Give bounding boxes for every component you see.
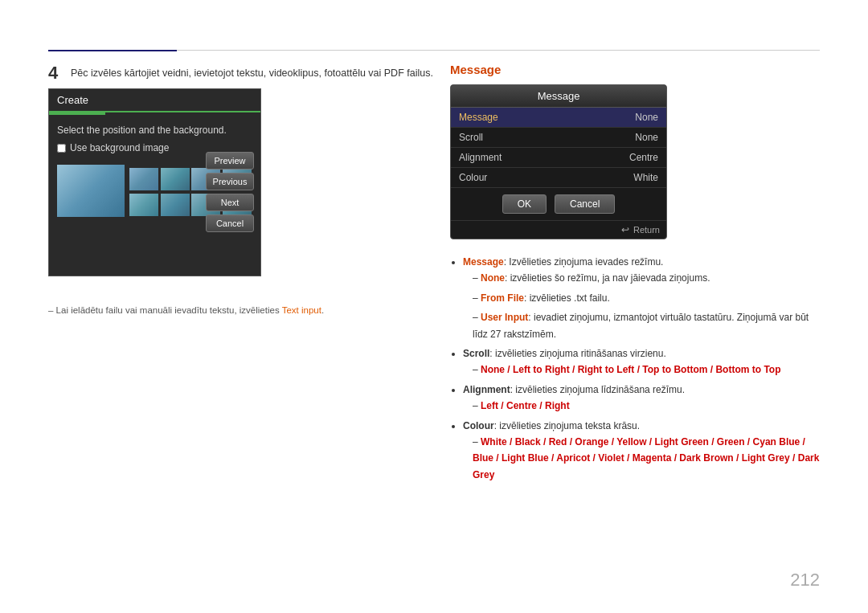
message-section: Message Message Message None Scroll None… <box>450 63 820 486</box>
create-panel-header: Create <box>49 89 260 112</box>
sub-user-input: User Input: ievadiet ziņojumu, izmantojo… <box>473 309 820 342</box>
dialog-row-colour[interactable]: Colour White <box>451 168 666 188</box>
dialog-buttons: OK Cancel <box>451 188 666 220</box>
panel-buttons: Preview Previous Next Cancel <box>206 152 254 232</box>
background-image-checkbox[interactable] <box>57 144 66 153</box>
dialog-value-message: None <box>635 112 658 123</box>
bullet-message-label: Message <box>463 256 504 268</box>
footer-note: – Lai ielādētu failu vai manuāli ievadīt… <box>48 305 324 315</box>
panel-subtitle: Select the position and the background. <box>57 125 252 136</box>
thumb-1[interactable] <box>129 168 158 190</box>
next-button[interactable]: Next <box>206 194 254 211</box>
dialog-ok-button[interactable]: OK <box>502 194 547 214</box>
sub-from-file: From File: izvēlieties .txt failu. <box>473 290 820 306</box>
footer-note-suffix: . <box>321 305 324 315</box>
thumb-5[interactable] <box>129 194 158 216</box>
dialog-row-alignment[interactable]: Alignment Centre <box>451 148 666 168</box>
preview-button[interactable]: Preview <box>206 152 254 170</box>
return-arrow-icon: ↩ <box>621 224 629 235</box>
sub-alignment-options: Left / Centre / Right <box>473 398 820 414</box>
sub-fromfile-label: From File <box>481 292 524 304</box>
dialog-footer: ↩ Return <box>451 220 666 239</box>
dialog-label-colour: Colour <box>459 172 487 183</box>
sub-scroll-options-label: None / Left to Right / Right to Left / T… <box>481 364 780 375</box>
footer-note-prefix: – Lai ielādētu failu vai manuāli ievadīt… <box>48 305 282 315</box>
dialog-row-scroll[interactable]: Scroll None <box>451 128 666 148</box>
sub-alignment-options-label: Left / Centre / Right <box>481 400 570 411</box>
dialog-value-colour: White <box>633 172 658 183</box>
dialog-value-scroll: None <box>635 132 658 143</box>
bullet-message: Message: Izvēlieties ziņojuma ievades re… <box>463 254 820 342</box>
sub-colour-options: White / Black / Red / Orange / Yellow / … <box>473 434 820 483</box>
sub-none: None: izvēlieties šo režīmu, ja nav jāie… <box>473 270 820 286</box>
selected-thumbnail <box>57 165 125 217</box>
create-panel: Create Select the position and the backg… <box>48 88 261 276</box>
previous-button[interactable]: Previous <box>206 173 254 190</box>
step-text: Pēc izvēles kārtojiet veidni, ievietojot… <box>71 67 433 79</box>
sub-scroll-options: None / Left to Right / Right to Left / T… <box>473 362 820 378</box>
top-rule-accent <box>48 50 177 51</box>
sub-userinput-label: User Input <box>481 312 528 323</box>
sub-none-label: None <box>481 272 505 284</box>
dialog-label-alignment: Alignment <box>459 152 502 163</box>
dialog-title-bar: Message <box>451 85 666 108</box>
message-dialog: Message Message None Scroll None Alignme… <box>450 84 667 239</box>
bullet-alignment-label: Alignment <box>463 384 510 395</box>
dialog-row-message[interactable]: Message None <box>451 108 666 128</box>
thumb-6[interactable] <box>161 194 190 216</box>
background-image-label: Use background image <box>70 142 169 153</box>
dialog-label-scroll: Scroll <box>459 132 483 143</box>
bullet-colour: Colour: izvēlieties ziņojuma teksta krās… <box>463 418 820 484</box>
text-input-link[interactable]: Text input <box>282 305 321 315</box>
bullet-scroll-label: Scroll <box>463 348 489 359</box>
page-number: 212 <box>790 570 820 591</box>
create-panel-body: Select the position and the background. … <box>49 115 260 276</box>
return-label: Return <box>633 225 660 235</box>
message-section-title: Message <box>450 63 820 76</box>
dialog-label-message: Message <box>459 112 498 123</box>
sub-colour-options-label: White / Black / Red / Orange / Yellow / … <box>473 436 819 480</box>
bullet-alignment: Alignment: izvēlieties ziņojuma līdzināš… <box>463 382 820 415</box>
bullet-colour-label: Colour <box>463 420 494 431</box>
thumb-2[interactable] <box>161 168 190 190</box>
bullet-scroll: Scroll: izvēlieties ziņojuma ritināšanas… <box>463 345 820 378</box>
dialog-value-alignment: Centre <box>629 152 658 163</box>
cancel-button[interactable]: Cancel <box>206 215 254 232</box>
bullet-list: Message: Izvēlieties ziņojuma ievades re… <box>450 254 820 483</box>
step-number: 4 <box>48 63 58 84</box>
create-panel-title: Create <box>57 94 88 106</box>
dialog-cancel-button[interactable]: Cancel <box>555 194 615 214</box>
